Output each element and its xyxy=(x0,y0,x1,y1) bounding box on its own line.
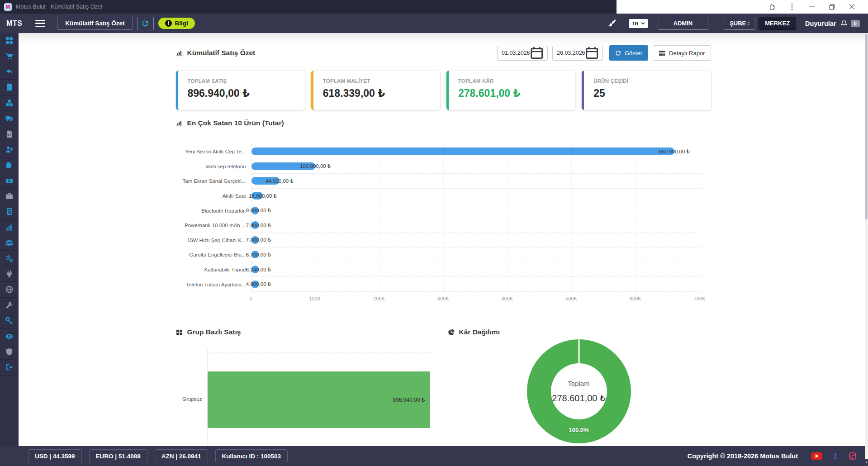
top-products-row: Powerbank 10.000 mAh ...7.800,00 ₺ xyxy=(176,218,702,233)
hamburger-menu-icon[interactable] xyxy=(35,20,45,27)
bell-icon[interactable] xyxy=(840,20,848,27)
language-select[interactable]: TR xyxy=(629,19,648,28)
sidebar-item-shield[interactable] xyxy=(0,344,19,360)
calculator-icon xyxy=(5,208,13,215)
profit-donut-chart: Toplam 278.601,00 ₺ 100.0% xyxy=(527,339,631,443)
date-from-input[interactable]: 01.03.2026 xyxy=(497,46,548,61)
admin-button[interactable]: ADMIN xyxy=(658,17,709,30)
sidebar-item-users[interactable] xyxy=(0,235,19,251)
plug-icon xyxy=(5,270,13,278)
bar-cell: 44.000,00 ₺ xyxy=(251,174,702,189)
detailed-report-button[interactable]: Detaylı Rapor xyxy=(653,45,711,61)
sidebar-item-cubes[interactable] xyxy=(0,95,19,111)
grid-icon xyxy=(176,329,183,336)
minimize-button[interactable] xyxy=(802,0,822,14)
bar-cell: 100.000,00 ₺ xyxy=(251,159,702,174)
value-label: 18.000,00 ₺ xyxy=(249,193,277,199)
bar-cell: 9.000,00 ₺ xyxy=(251,203,702,218)
sidebar-item-briefcase[interactable] xyxy=(0,189,19,204)
restore-button[interactable] xyxy=(822,0,842,14)
branch-value-button[interactable]: MERKEZ xyxy=(759,17,796,30)
x-tick-label: 100K xyxy=(309,296,321,301)
category-label: Powerbank 10.000 mAh ... xyxy=(176,223,246,228)
bar-cell: 7.800,00 ₺ xyxy=(251,218,702,233)
current-page-button[interactable]: Kümülatif Satış Özet xyxy=(57,17,133,30)
bar-chart-icon xyxy=(176,50,183,57)
sidebar-item-key[interactable] xyxy=(0,313,19,328)
date-to-input[interactable]: 26.03.2026 xyxy=(552,46,603,61)
chevron-down-icon xyxy=(641,22,645,25)
titlebar-controls xyxy=(617,0,868,14)
shield-icon xyxy=(5,348,13,356)
category-label: Grupsuz xyxy=(176,396,202,402)
branch-label-button[interactable]: ŞUBE : xyxy=(724,17,755,30)
pie-chart-icon xyxy=(448,329,455,336)
profit-distribution-title: Kâr Dağılımı xyxy=(448,328,500,336)
top-products-row: Gürültü Engelleyici Blu...6.700,00 ₺ xyxy=(176,247,702,262)
donut-center: Toplam 278.601,00 ₺ xyxy=(551,363,607,419)
browser-menu-icon[interactable] xyxy=(782,0,802,14)
top-products-axis: 0100K200K300K400K500K600K700K xyxy=(176,292,711,304)
euro-rate-badge: EURO | 51.4088 xyxy=(89,449,147,463)
card-total-cost: TOPLAM MALİYET 618.339,00 ₺ xyxy=(311,71,440,110)
puzzle-icon xyxy=(5,161,13,169)
youtube-icon[interactable] xyxy=(811,452,822,460)
sidebar-item-undo[interactable] xyxy=(0,64,19,80)
bar-cell: 4.900,00 ₺ xyxy=(251,277,702,292)
sidebar-item-globe[interactable] xyxy=(0,282,19,297)
instagram-icon[interactable] xyxy=(849,452,856,460)
bar-chart-icon xyxy=(5,223,13,231)
show-button[interactable]: Göster xyxy=(609,45,648,61)
copyright-text: Copyright © 2018-2026 Motus Bulut xyxy=(688,452,798,460)
sidebar-item-dashboard[interactable] xyxy=(0,33,19,48)
banknote-icon xyxy=(5,177,13,185)
value-label: 7.800,00 ₺ xyxy=(246,222,271,228)
sidebar-item-calculator[interactable] xyxy=(0,204,19,219)
category-label: Gürültü Engelleyici Blu... xyxy=(176,252,246,257)
group-bar: 896.940,00 ₺ xyxy=(208,371,430,428)
table-icon xyxy=(659,50,665,57)
globe-icon xyxy=(5,285,13,293)
scrollbar-down-arrow[interactable]: ▼ xyxy=(865,459,868,466)
extension-icon[interactable] xyxy=(762,0,782,14)
shopping-cart-icon xyxy=(5,52,13,60)
code-file-icon xyxy=(5,130,13,138)
sidebar-item-logout[interactable] xyxy=(0,360,19,375)
close-button[interactable] xyxy=(842,0,862,14)
facebook-icon[interactable]: f xyxy=(834,452,837,461)
sidebar-item-wrench[interactable] xyxy=(0,298,19,313)
card-total-profit: TOPLAM KÂR 278.601,00 ₺ xyxy=(446,71,575,110)
calendar-icon xyxy=(530,46,543,59)
users-icon xyxy=(5,239,13,247)
x-tick-label: 200K xyxy=(373,296,385,301)
top-products-title: En Çok Satan 10 Ürün (Tutar) xyxy=(176,119,284,127)
group-sales-chart: Grupsuz 896.940,00 ₺ xyxy=(176,345,438,446)
scrollbar-thumb[interactable] xyxy=(865,34,868,219)
x-tick-label: 500K xyxy=(565,296,577,301)
sidebar-item-bar-chart[interactable] xyxy=(0,220,19,235)
page-scrollbar[interactable]: ▼ xyxy=(865,33,868,466)
sidebar-item-plug[interactable] xyxy=(0,266,19,282)
dashboard-icon xyxy=(5,37,13,44)
slice-divider xyxy=(578,339,579,364)
theme-brush-icon[interactable] xyxy=(607,19,617,28)
info-button[interactable]: i Bilgi xyxy=(158,18,195,29)
sidebar-item-code-file[interactable] xyxy=(0,126,19,142)
sidebar-item-document[interactable] xyxy=(0,80,19,95)
sidebar-item-truck[interactable] xyxy=(0,111,19,126)
top-products-row: Tam Ekran Sanal Gerçekl...44.000,00 ₺ xyxy=(176,174,702,189)
sidebar-item-user-add[interactable] xyxy=(0,142,19,157)
sidebar-item-banknote[interactable] xyxy=(0,173,19,189)
info-icon: i xyxy=(165,20,172,27)
slice-percentage-label: 100.0% xyxy=(569,427,588,433)
sidebar-item-shopping-cart[interactable] xyxy=(0,48,19,64)
announcements-link[interactable]: Duyurular xyxy=(805,20,836,27)
sidebar-item-eye[interactable] xyxy=(0,328,19,344)
category-label: Akıllı Saat xyxy=(176,193,246,199)
top-products-row: akıllı cep telefonu100.000,00 ₺ xyxy=(176,159,702,174)
sidebar-item-puzzle[interactable] xyxy=(0,157,19,173)
sidebar-item-gears[interactable] xyxy=(0,251,19,266)
top-products-rows: Yeni Sezon Akıllı Cep Te...660.000,00 ₺a… xyxy=(176,144,702,292)
refresh-button[interactable] xyxy=(137,17,154,30)
window-title: Motus Bulut - Kümülatif Satış Özet xyxy=(16,4,102,10)
